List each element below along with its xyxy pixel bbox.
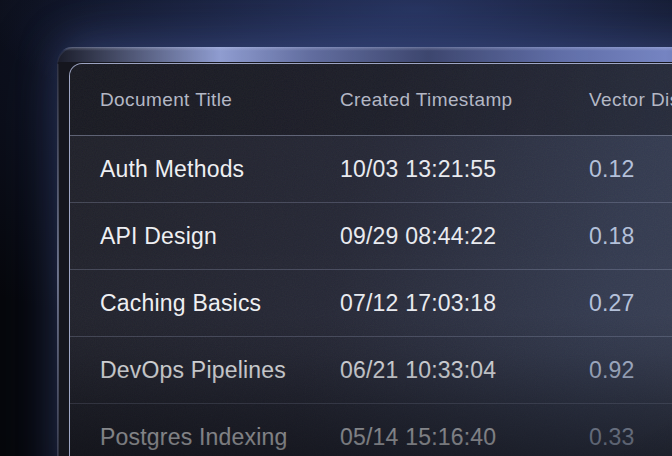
column-header-document-title[interactable]: Document Title	[100, 89, 340, 111]
cell-distance: 0.27	[589, 290, 672, 317]
cell-distance: 0.33	[589, 424, 672, 451]
card-top-glow	[57, 47, 672, 62]
column-header-created-timestamp[interactable]: Created Timestamp	[340, 89, 589, 111]
cell-distance: 0.92	[589, 357, 672, 384]
table-header: Document Title Created Timestamp Vector …	[70, 64, 672, 136]
table-row[interactable]: API Design09/29 08:44:220.18	[70, 203, 672, 270]
table-row[interactable]: DevOps Pipelines06/21 10:33:040.92	[70, 337, 672, 404]
cell-title: API Design	[100, 223, 340, 250]
cell-distance: 0.12	[589, 156, 672, 183]
cell-created: 07/12 17:03:18	[340, 290, 589, 317]
cell-created: 06/21 10:33:04	[340, 357, 589, 384]
table-body: Auth Methods10/03 13:21:550.12API Design…	[70, 136, 672, 456]
cell-created: 10/03 13:21:55	[340, 156, 589, 183]
cell-created: 05/14 15:16:40	[340, 424, 589, 451]
table-row[interactable]: Caching Basics07/12 17:03:180.27	[70, 270, 672, 337]
cell-title: Postgres Indexing	[100, 424, 340, 451]
column-header-vector-distance[interactable]: Vector Distance	[589, 89, 672, 111]
table-card: Document Title Created Timestamp Vector …	[57, 47, 672, 456]
documents-table: Document Title Created Timestamp Vector …	[69, 63, 672, 456]
table-row[interactable]: Auth Methods10/03 13:21:550.12	[70, 136, 672, 203]
cell-distance: 0.18	[589, 223, 672, 250]
cell-title: DevOps Pipelines	[100, 357, 340, 384]
card-left-bevel	[57, 64, 59, 456]
table-row[interactable]: Postgres Indexing05/14 15:16:400.33	[70, 404, 672, 456]
cell-created: 09/29 08:44:22	[340, 223, 589, 250]
cell-title: Auth Methods	[100, 156, 340, 183]
cell-title: Caching Basics	[100, 290, 340, 317]
background: Document Title Created Timestamp Vector …	[0, 0, 672, 456]
